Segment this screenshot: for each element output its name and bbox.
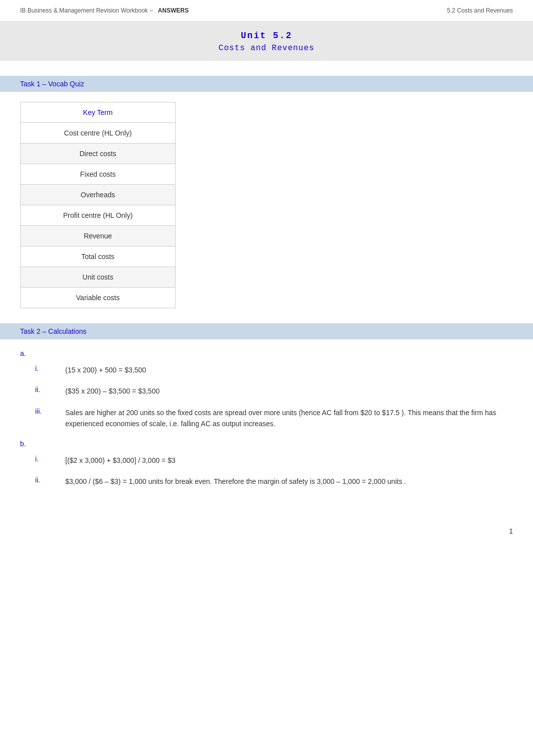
vocab-row: Fixed costs [21,164,176,185]
vocab-cell: Profit centre (HL Only) [21,205,176,226]
vocab-row: Direct costs [21,144,176,164]
vocab-cell: Total costs [21,246,176,267]
sub-question: ii.$3,000 / ($6 – $3) = 1,000 units for … [20,476,513,487]
task2-section: a.i.(15 x 200) + 500 = $3,500ii.($35 x 2… [0,349,533,517]
vocab-cell: Fixed costs [21,164,176,185]
sub-question-label: iii. [35,407,65,430]
vocab-cell: Overheads [21,185,176,205]
title-section: Unit 5.2 Costs and Revenues [0,22,533,61]
sub-question: iii.Sales are higher at 200 units so the… [20,407,513,430]
vocab-cell: Cost centre (HL Only) [21,123,176,144]
page-header: IB Business & Management Revision Workbo… [0,0,533,22]
sub-question: i.(15 x 200) + 500 = $3,500 [20,364,513,375]
vocab-cell: Direct costs [21,144,176,164]
vocab-row: Profit centre (HL Only) [21,205,176,226]
vocab-row: Revenue [21,226,176,246]
page-number: 1 [0,517,533,545]
vocab-row: Variable costs [21,288,176,308]
vocab-row: Cost centre (HL Only) [21,123,176,144]
sub-question-label: ii. [35,386,65,397]
sub-question-content: ($35 x 200) – $3,500 = $3,500 [65,386,160,397]
task2-header: Task 2 – Calculations [0,323,533,339]
sub-question-content: [($2 x 3,000) + $3,000] / 3,000 = $3 [65,455,176,466]
vocab-row: Overheads [21,185,176,205]
vocab-header-cell: Key Term [21,102,176,123]
sub-question: i.[($2 x 3,000) + $3,000] / 3,000 = $3 [20,455,513,466]
question-label: b. [20,440,513,448]
vocab-cell: Unit costs [21,267,176,288]
header-right: 5.2 Costs and Revenues [447,7,513,14]
vocab-table: Key Term Cost centre (HL Only)Direct cos… [20,102,176,308]
task1-header: Task 1 – Vocab Quiz [0,76,533,92]
header-left: IB Business & Management Revision Workbo… [20,7,189,14]
vocab-header-row: Key Term [21,102,176,123]
sub-question-content: $3,000 / ($6 – $3) = 1,000 units for bre… [65,476,406,487]
sub-question-label: ii. [35,476,65,487]
sub-question-label: i. [35,364,65,375]
question-label: a. [20,349,513,357]
vocab-cell: Revenue [21,226,176,246]
unit-title: Unit 5.2 [10,31,523,41]
sub-title: Costs and Revenues [10,44,523,53]
sub-question-label: i. [35,455,65,466]
vocab-section: Key Term Cost centre (HL Only)Direct cos… [0,102,533,323]
sub-question: ii.($35 x 200) – $3,500 = $3,500 [20,386,513,397]
vocab-cell: Variable costs [21,288,176,308]
sub-question-content: (15 x 200) + 500 = $3,500 [65,364,146,375]
vocab-row: Total costs [21,246,176,267]
sub-question-content: Sales are higher at 200 units so the fix… [65,407,513,430]
vocab-row: Unit costs [21,267,176,288]
